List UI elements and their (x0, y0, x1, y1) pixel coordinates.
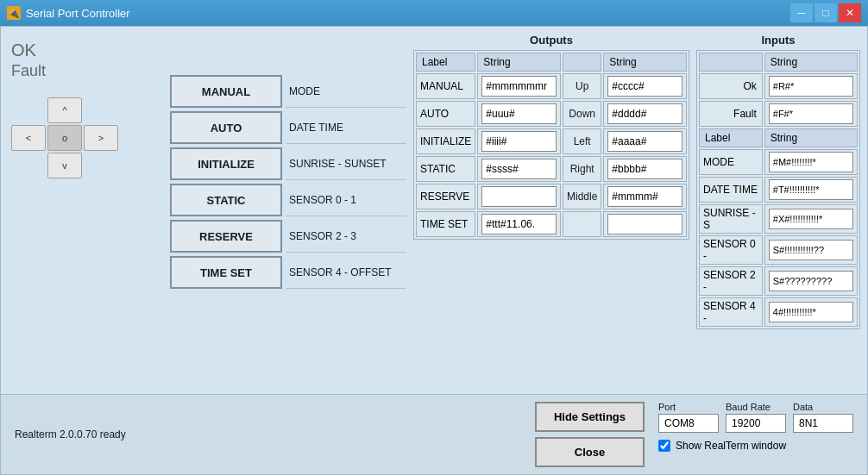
in-ok-string[interactable] (769, 76, 853, 97)
minimize-button[interactable]: ─ (790, 3, 813, 22)
table-row: SENSOR 2 - (699, 266, 858, 296)
arrow-center-button[interactable]: o (47, 125, 82, 151)
in-ok-label: Ok (699, 73, 763, 99)
arrow-pad: ^ < o > v (11, 97, 163, 178)
port-settings: Port Baud Rate Data Show RealTerm window (658, 402, 853, 452)
out-str2-2[interactable] (607, 131, 682, 152)
ok-label: OK (11, 41, 160, 60)
status-text: Realterm 2.0.0.70 ready (15, 428, 126, 441)
table-row: INITIALIZE Left (416, 128, 687, 154)
table-row: MANUAL Up (416, 73, 687, 99)
out-dir-5 (563, 211, 601, 237)
fault-label: Fault (11, 62, 160, 80)
maximize-button[interactable]: □ (815, 3, 837, 22)
port-label: Port (658, 402, 719, 412)
port-group: Port (658, 402, 719, 433)
out-dir-1: Down (563, 101, 601, 127)
col-string1: String (477, 53, 561, 72)
arrow-down-button[interactable]: v (47, 153, 82, 178)
table-row: STATIC Right (416, 156, 687, 182)
close-window-button[interactable]: ✕ (839, 3, 861, 22)
out-label-5: TIME SET (416, 211, 475, 237)
table-row: Label String (699, 128, 858, 147)
title-bar-left: 🔌 Serial Port Controller (7, 6, 130, 20)
show-realterm-checkbox[interactable] (658, 440, 670, 452)
table-row: Fault (699, 101, 858, 127)
out-str1-3[interactable] (481, 159, 557, 179)
out-str1-2[interactable] (481, 131, 557, 152)
in-sensor0-string[interactable] (769, 240, 853, 260)
out-str2-0[interactable] (607, 76, 682, 97)
out-str2-4[interactable] (607, 186, 682, 207)
data-label: Data (793, 402, 853, 412)
in-col-string2: String (764, 128, 858, 147)
out-str2-5[interactable] (607, 214, 682, 234)
mode-btn-initialize[interactable]: INITIALIZE (170, 147, 282, 180)
mode-btn-auto[interactable]: AUTO (170, 111, 282, 144)
bottom-buttons: Hide Settings Close (535, 402, 645, 467)
mode-btn-manual[interactable]: MANUAL (170, 75, 282, 108)
bottom-area: Realterm 2.0.0.70 ready Hide Settings Cl… (1, 394, 867, 474)
port-row: Port Baud Rate Data (658, 402, 853, 433)
mode-btn-static[interactable]: STATIC (170, 184, 282, 216)
out-str1-0[interactable] (481, 76, 557, 97)
label-mode: MODE (286, 75, 406, 108)
col-dir (563, 53, 601, 72)
mode-btn-reserve[interactable]: RESERVE (170, 220, 282, 253)
table-row: SENSOR 4 - (699, 297, 858, 327)
table-row: Ok (699, 73, 858, 99)
inputs-panel: Inputs String Ok Fault (696, 34, 860, 387)
out-dir-0: Up (563, 73, 601, 99)
label-sensor23: SENSOR 2 - 3 (286, 220, 406, 253)
in-fault-string[interactable] (769, 103, 853, 124)
arrow-right-button[interactable]: > (84, 125, 118, 151)
data-input[interactable] (793, 414, 853, 433)
out-dir-2: Left (563, 128, 601, 154)
in-sunrise-label: SUNRISE - S (699, 204, 763, 234)
out-str1-5[interactable] (481, 214, 557, 234)
out-str1-4[interactable] (481, 186, 557, 207)
close-button[interactable]: Close (535, 437, 645, 467)
out-str1-1[interactable] (481, 103, 557, 124)
table-row: SENSOR 0 - (699, 235, 858, 265)
baudrate-input[interactable] (726, 414, 786, 433)
show-realterm-label: Show RealTerm window (676, 440, 786, 452)
data-group: Data (793, 402, 853, 433)
main-window: OK Fault ^ < o > v MANUAL AUT (0, 26, 868, 475)
left-panel: OK Fault ^ < o > v (8, 34, 163, 387)
arrow-up-button[interactable]: ^ (47, 97, 82, 123)
inputs-table: String Ok Fault Label String (696, 50, 860, 329)
inputs-header: Inputs (696, 34, 860, 47)
in-sensor2-string[interactable] (769, 271, 853, 291)
table-row: MODE (699, 149, 858, 175)
label-sensor01: SENSOR 0 - 1 (286, 184, 406, 216)
table-row: TIME SET (416, 211, 687, 237)
mode-panel: MANUAL AUTO INITIALIZE STATIC RESERVE TI… (170, 75, 282, 387)
table-row: SUNRISE - S (699, 204, 858, 234)
mode-btn-timeset[interactable]: TIME SET (170, 256, 282, 289)
port-input[interactable] (658, 414, 719, 433)
in-datetime-string[interactable] (769, 179, 853, 200)
out-dir-3: Right (563, 156, 601, 182)
table-row: DATE TIME (699, 177, 858, 203)
show-realterm: Show RealTerm window (658, 440, 853, 452)
out-str2-3[interactable] (607, 159, 682, 179)
labels-panel: MODE DATE TIME SUNRISE - SUNSET SENSOR 0… (286, 75, 406, 387)
hide-settings-button[interactable]: Hide Settings (535, 402, 645, 432)
outputs-panel: Outputs Label String String MANUAL Up (413, 34, 689, 387)
baudrate-label: Baud Rate (726, 402, 786, 412)
baudrate-group: Baud Rate (726, 402, 786, 433)
in-col-label2: Label (699, 128, 763, 147)
in-mode-string[interactable] (769, 152, 853, 172)
table-row: AUTO Down (416, 101, 687, 127)
ok-fault-panel: OK Fault (8, 34, 163, 87)
label-sunrise: SUNRISE - SUNSET (286, 147, 406, 180)
middle-panel: MANUAL AUTO INITIALIZE STATIC RESERVE TI… (170, 34, 406, 387)
label-datetime: DATE TIME (286, 111, 406, 144)
in-sunrise-string[interactable] (769, 209, 853, 229)
out-label-1: AUTO (416, 101, 475, 127)
in-sensor4-string[interactable] (769, 302, 853, 322)
title-bar: 🔌 Serial Port Controller ─ □ ✕ (0, 0, 868, 26)
out-str2-1[interactable] (607, 103, 682, 124)
arrow-left-button[interactable]: < (11, 125, 46, 151)
